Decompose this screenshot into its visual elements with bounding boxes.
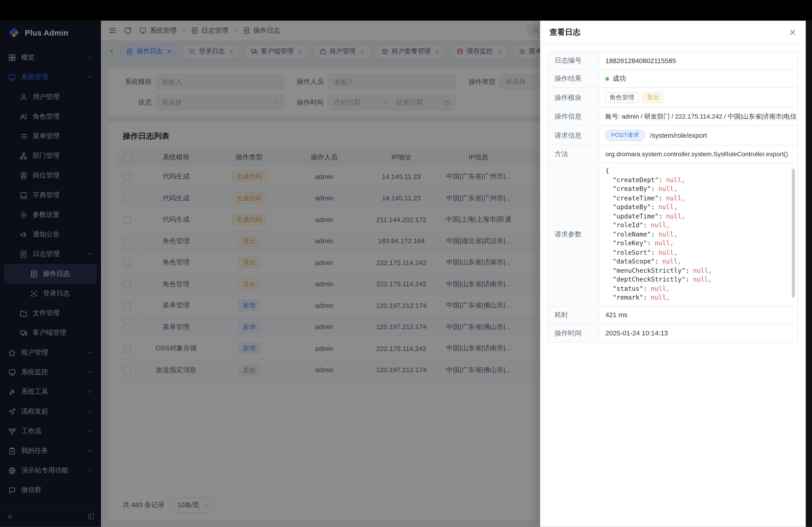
detail-row-params: 请求参数 { "createDept":null, "createBy":nul… [548, 164, 797, 306]
detail-row-time: 操作时间 2025-01-24 10:14:13 [548, 324, 797, 342]
method-value: org.dromara.system.controller.system.Sys… [599, 146, 797, 163]
close-drawer-icon[interactable] [789, 28, 796, 36]
page-scrollbar[interactable] [806, 21, 812, 527]
module-tag: 角色管理 [605, 92, 639, 103]
drawer-body: 日志编号 1882612840802115585 操作结果 成功 操作模块 角色… [540, 44, 806, 350]
detail-row-duration: 耗时 421 ms [548, 306, 797, 324]
view-log-drawer: 查看日志 日志编号 1882612840802115585 操作结果 成功 操作… [540, 21, 806, 527]
params-scrollbar[interactable] [792, 169, 795, 297]
detail-row-request: 请求信息 POST请求 /system/role/export [548, 126, 797, 146]
request-params-json: { "createDept":null, "createBy":null, "c… [599, 164, 797, 306]
success-dot-icon [605, 77, 609, 80]
log-id-value: 1882612840802115585 [599, 52, 797, 70]
detail-row-result: 操作结果 成功 [548, 70, 797, 88]
result-value: 成功 [613, 74, 626, 83]
request-url-value: /system/role/export [650, 132, 707, 139]
detail-row-method: 方法 org.dromara.system.controller.system.… [548, 146, 797, 163]
detail-row-log-id: 日志编号 1882612840802115585 [548, 52, 797, 70]
duration-value: 421 ms [599, 306, 797, 324]
screen: Plus Admin 概览 系统管理 用户管理 [0, 0, 812, 527]
drawer-header: 查看日志 [540, 21, 806, 44]
detail-row-info: 操作信息 账号: admin / 研发部门 / 222.175.114.242 … [548, 108, 797, 126]
operation-tag: 导出 [643, 92, 663, 103]
operation-time-value: 2025-01-24 10:14:13 [599, 324, 797, 342]
drawer-title: 查看日志 [549, 27, 581, 37]
post-method-badge: POST请求 [605, 130, 645, 141]
log-detail-table: 日志编号 1882612840802115585 操作结果 成功 操作模块 角色… [548, 51, 798, 342]
detail-row-module: 操作模块 角色管理 导出 [548, 88, 797, 107]
operation-info-value: 账号: admin / 研发部门 / 222.175.114.242 / 中国|… [599, 108, 797, 125]
